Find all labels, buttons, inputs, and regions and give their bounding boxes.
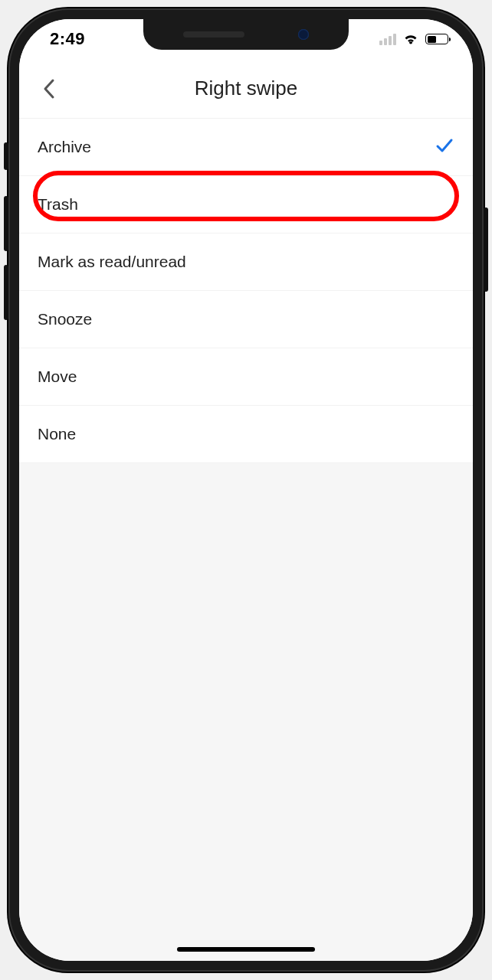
- screen: 2:49 Right swipe: [19, 19, 473, 961]
- option-move[interactable]: Move: [19, 348, 473, 406]
- status-time: 2:49: [50, 29, 85, 49]
- cellular-signal-icon: [379, 34, 396, 45]
- option-label: Mark as read/unread: [38, 253, 186, 271]
- phone-frame: 2:49 Right swipe: [8, 8, 484, 972]
- volume-up-button: [4, 196, 8, 251]
- option-label: Move: [38, 368, 77, 386]
- nav-header: Right swipe: [19, 59, 473, 119]
- mute-switch: [4, 142, 8, 170]
- home-indicator[interactable]: [177, 947, 315, 952]
- page-title: Right swipe: [195, 77, 297, 100]
- option-none[interactable]: None: [19, 406, 473, 463]
- back-button[interactable]: [33, 72, 67, 106]
- speaker-grille: [183, 31, 244, 38]
- option-archive[interactable]: Archive: [19, 119, 473, 176]
- option-trash[interactable]: Trash: [19, 176, 473, 234]
- swipe-options-list: Archive Trash Mark as read/unread Snooze…: [19, 119, 473, 463]
- option-label: Snooze: [38, 310, 92, 328]
- front-camera: [298, 29, 309, 40]
- empty-area: [19, 463, 473, 961]
- check-icon: [435, 136, 454, 159]
- option-label: Archive: [38, 138, 91, 156]
- power-button: [484, 207, 488, 292]
- wifi-icon: [402, 33, 419, 45]
- option-snooze[interactable]: Snooze: [19, 291, 473, 348]
- option-label: Trash: [38, 195, 78, 214]
- battery-icon: [425, 34, 448, 44]
- volume-down-button: [4, 265, 8, 320]
- notch: [143, 19, 349, 50]
- chevron-left-icon: [42, 77, 57, 100]
- option-mark-read-unread[interactable]: Mark as read/unread: [19, 234, 473, 291]
- status-icons: [379, 33, 448, 45]
- option-label: None: [38, 425, 76, 443]
